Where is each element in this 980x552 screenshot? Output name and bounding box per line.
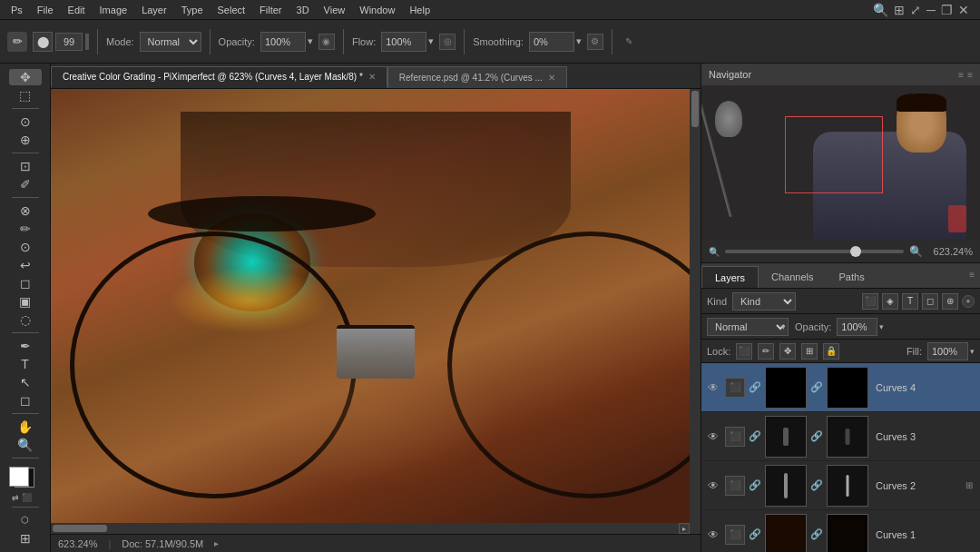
eyedropper-tool[interactable]: ✐ xyxy=(9,176,42,192)
brush-preset-icon[interactable]: ⬤ xyxy=(33,32,53,52)
tab-main-close[interactable]: ✕ xyxy=(368,72,376,82)
path-tool[interactable]: ↖ xyxy=(9,374,42,390)
layer-mask-chain-icon[interactable]: 🔗 xyxy=(810,479,823,492)
tab-layers[interactable]: Layers xyxy=(701,266,759,288)
brush-tool-icon[interactable]: ✏ xyxy=(7,32,27,52)
layer-chain-icon[interactable]: 🔗 xyxy=(749,430,761,443)
gradient-tool[interactable]: ▣ xyxy=(9,293,42,310)
text-tool[interactable]: T xyxy=(9,356,42,372)
vertical-scrollbar[interactable] xyxy=(690,89,701,534)
menu-type[interactable]: Type xyxy=(174,0,211,20)
lock-artboard-btn[interactable]: ⊞ xyxy=(801,343,818,360)
blend-mode-select[interactable]: Normal Multiply Screen Overlay xyxy=(707,318,789,336)
layer-chain-icon[interactable]: 🔗 xyxy=(749,528,761,541)
filter-type-icon[interactable]: T xyxy=(902,293,918,310)
brush-size-slider[interactable] xyxy=(85,34,89,50)
layer-row[interactable]: 👁 ⬛ 🔗 🔗 Curves 1 xyxy=(701,510,980,552)
layer-visibility-toggle[interactable]: 👁 xyxy=(705,380,721,396)
zoom-in-icon[interactable]: 🔍 xyxy=(909,245,923,258)
tablet-pressure-icon[interactable]: ◉ xyxy=(318,34,335,50)
layer-visibility-toggle[interactable]: 👁 xyxy=(705,527,721,543)
foreground-color-box[interactable] xyxy=(9,467,29,487)
hand-tool[interactable]: ✋ xyxy=(9,419,42,435)
opacity-value-input[interactable] xyxy=(837,318,877,336)
smoothing-input[interactable] xyxy=(529,32,574,52)
tab-channels[interactable]: Channels xyxy=(759,266,826,288)
swap-colors-icon[interactable]: ⇄ xyxy=(12,493,19,502)
menu-help[interactable]: Help xyxy=(402,0,437,20)
kind-select[interactable]: Kind xyxy=(732,292,796,310)
crop-tool[interactable]: ⊡ xyxy=(9,158,42,174)
minimize-btn[interactable]: ─ xyxy=(926,3,936,17)
fill-dropdown-icon[interactable]: ▾ xyxy=(970,347,975,356)
tab-reference-close[interactable]: ✕ xyxy=(548,73,555,83)
history-brush-tool[interactable]: ↩ xyxy=(9,257,42,273)
expand-icon[interactable]: ⤢ xyxy=(910,3,921,17)
tab-paths[interactable]: Paths xyxy=(827,266,877,288)
quick-mask-tool[interactable]: ⬡ xyxy=(9,512,42,528)
menu-file[interactable]: File xyxy=(30,0,61,20)
move-tool[interactable]: ✥ xyxy=(9,69,42,85)
zoom-slider[interactable] xyxy=(725,250,904,253)
lock-draw-btn[interactable]: ✏ xyxy=(758,343,774,360)
flow-input[interactable] xyxy=(381,32,426,52)
flow-dropdown-icon[interactable]: ▾ xyxy=(428,35,434,47)
layer-row[interactable]: 👁 ⬛ 🔗 🔗 Curves 4 xyxy=(701,363,980,412)
workspace-icon[interactable]: ⊞ xyxy=(894,3,905,17)
eraser-tool[interactable]: ◻ xyxy=(9,275,42,291)
close-btn[interactable]: ✕ xyxy=(958,3,969,17)
fill-value-input[interactable] xyxy=(927,342,968,360)
layer-mask-chain-icon[interactable]: 🔗 xyxy=(810,430,823,443)
menu-edit[interactable]: Edit xyxy=(61,0,93,20)
lasso-tool[interactable]: ⊙ xyxy=(9,113,42,130)
filter-toggle[interactable]: ● xyxy=(962,295,975,308)
airbrush-icon[interactable]: ◎ xyxy=(439,34,456,50)
filter-smart-icon[interactable]: ⊛ xyxy=(942,293,958,310)
tab-main-document[interactable]: Creative Color Grading - PiXimperfect @ … xyxy=(51,66,387,88)
lock-pixel-btn[interactable]: ⬛ xyxy=(736,343,752,360)
layer-mask-chain-icon[interactable]: 🔗 xyxy=(810,528,823,541)
brush-tool[interactable]: ✏ xyxy=(9,221,42,237)
layer-mask-chain-icon[interactable]: 🔗 xyxy=(810,381,823,394)
mode-select[interactable]: Normal Multiply Screen xyxy=(140,32,201,52)
selection-tool[interactable]: ⬚ xyxy=(9,87,42,104)
lock-all-btn[interactable]: 🔒 xyxy=(823,343,839,360)
opacity-dropdown-icon[interactable]: ▾ xyxy=(879,322,884,331)
nav-menu-icon[interactable]: ≡ xyxy=(967,70,973,80)
zoom-out-icon[interactable]: 🔍 xyxy=(709,247,720,257)
restore-btn[interactable]: ❐ xyxy=(941,3,953,17)
filter-adjust-icon[interactable]: ◈ xyxy=(882,293,898,310)
layer-visibility-toggle[interactable]: 👁 xyxy=(705,478,721,494)
nav-collapse-icon[interactable]: ≡ xyxy=(958,70,964,80)
opacity-dropdown-icon[interactable]: ▾ xyxy=(308,35,313,47)
shape-tool[interactable]: ◻ xyxy=(9,392,42,409)
stylus-icon[interactable]: ✎ xyxy=(621,34,637,50)
filter-pixel-icon[interactable]: ⬛ xyxy=(862,293,878,310)
smoothing-dropdown-icon[interactable]: ▾ xyxy=(576,35,582,47)
tab-reference[interactable]: Reference.psd @ 41.2% (Curves ... ✕ xyxy=(387,66,567,88)
menu-view[interactable]: View xyxy=(317,0,353,20)
layer-chain-icon[interactable]: 🔗 xyxy=(749,479,761,492)
menu-layer[interactable]: Layer xyxy=(134,0,174,20)
search-icon[interactable]: 🔍 xyxy=(873,3,888,17)
pen-tool[interactable]: ✒ xyxy=(9,338,42,354)
lock-move-btn[interactable]: ✥ xyxy=(779,343,796,360)
menu-select[interactable]: Select xyxy=(211,0,253,20)
menu-ps[interactable]: Ps xyxy=(4,0,30,20)
heal-tool[interactable]: ⊗ xyxy=(9,202,42,219)
canvas-viewport[interactable]: ▸ xyxy=(51,89,701,534)
layer-chain-icon[interactable]: 🔗 xyxy=(749,381,761,394)
layer-row[interactable]: 👁 ⬛ 🔗 🔗 Curves 2 ⊞ xyxy=(701,461,980,510)
zoom-tool[interactable]: 🔍 xyxy=(9,437,42,453)
panel-menu-icon[interactable]: ≡ xyxy=(964,262,980,288)
horizontal-scrollbar[interactable]: ▸ xyxy=(51,523,690,534)
menu-filter[interactable]: Filter xyxy=(252,0,289,20)
status-arrow[interactable]: ▸ xyxy=(214,538,219,548)
brush-size-input[interactable] xyxy=(55,33,83,51)
menu-3d[interactable]: 3D xyxy=(289,0,317,20)
opacity-input[interactable] xyxy=(260,32,306,52)
stamp-tool[interactable]: ⊙ xyxy=(9,239,42,255)
layer-visibility-toggle[interactable]: 👁 xyxy=(705,429,721,445)
filter-shape-icon[interactable]: ◻ xyxy=(922,293,938,310)
layer-row[interactable]: 👁 ⬛ 🔗 🔗 Curves 3 xyxy=(701,412,980,461)
